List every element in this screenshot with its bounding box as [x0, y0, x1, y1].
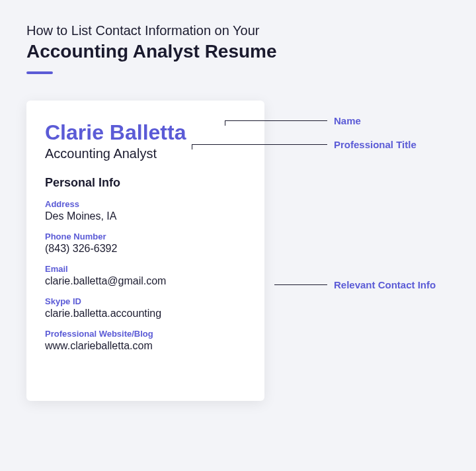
annotation-contact: Relevant Contact Info: [334, 279, 436, 290]
content-wrapper: Clarie Balletta Accounting Analyst Perso…: [26, 101, 450, 401]
resume-professional-title: Accounting Analyst: [45, 146, 246, 161]
field-address: Address Des Moines, IA: [45, 199, 246, 222]
label-email: Email: [45, 264, 246, 274]
label-phone: Phone Number: [45, 232, 246, 241]
connector-tick-title: [192, 144, 192, 150]
header: How to List Contact Information on Your …: [26, 23, 450, 74]
resume-card: Clarie Balletta Accounting Analyst Perso…: [26, 101, 264, 401]
label-address: Address: [45, 199, 246, 209]
header-subtitle: How to List Contact Information on Your: [26, 23, 450, 38]
field-email: Email clarie.balletta@gmail.com: [45, 264, 246, 287]
field-phone: Phone Number (843) 326-6392: [45, 232, 246, 255]
label-skype: Skype ID: [45, 296, 246, 306]
value-phone: (843) 326-6392: [45, 243, 246, 255]
annotation-title: Professional Title: [334, 139, 416, 150]
header-title: Accounting Analyst Resume: [26, 41, 450, 62]
resume-name: Clarie Balletta: [45, 120, 246, 145]
value-website: www.clarieballetta.com: [45, 340, 246, 352]
label-website: Professional Website/Blog: [45, 329, 246, 339]
field-website: Professional Website/Blog www.clarieball…: [45, 329, 246, 352]
connector-line-contact: [274, 284, 327, 285]
annotation-name: Name: [334, 115, 361, 126]
field-skype: Skype ID clarie.balletta.accounting: [45, 296, 246, 320]
value-email: clarie.balletta@gmail.com: [45, 275, 246, 287]
connector-line-name: [225, 120, 327, 121]
header-underline: [26, 71, 53, 74]
connector-line-title: [192, 144, 327, 145]
value-address: Des Moines, IA: [45, 210, 246, 222]
value-skype: clarie.balletta.accounting: [45, 308, 246, 320]
connector-tick-name: [225, 120, 225, 126]
section-heading: Personal Info: [45, 176, 246, 190]
